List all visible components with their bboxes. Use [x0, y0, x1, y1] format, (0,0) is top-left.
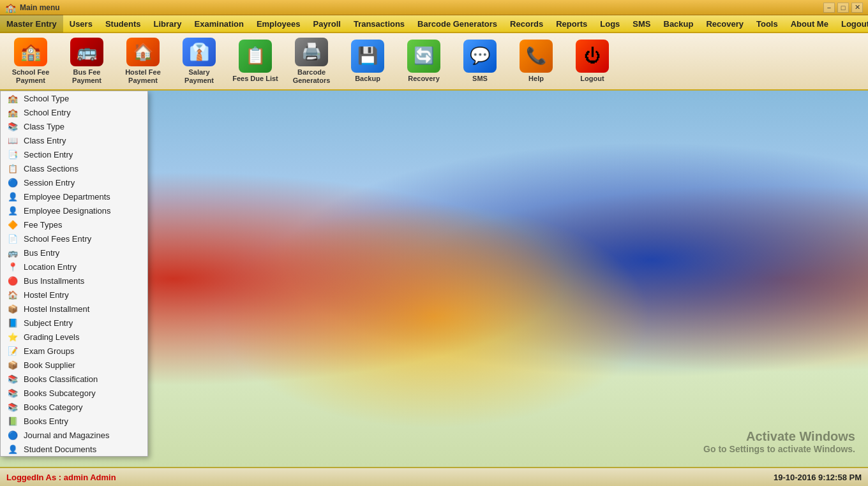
menu-item-users[interactable]: Users — [63, 15, 99, 33]
dropdown-item-books-entry[interactable]: 📗 Books Entry — [1, 414, 147, 428]
toolbar-btn-help[interactable]: 📞 Help — [511, 35, 562, 87]
dropdown-item-label: Exam Groups — [24, 346, 74, 356]
dropdown-item-school-entry[interactable]: 🏫 School Entry — [1, 105, 147, 119]
dropdown-item-label: Bus Entry — [24, 248, 59, 258]
dropdown-icon: 📑 — [7, 149, 19, 160]
title-bar-left: 🏫 Main menu — [5, 3, 60, 13]
dropdown-item-class-type[interactable]: 📚 Class Type — [1, 119, 147, 133]
toolbar-btn-bus-fee-payment[interactable]: 🚌 Bus Fee Payment — [61, 35, 112, 87]
dropdown-item-subject-entry[interactable]: 📘 Subject Entry — [1, 316, 147, 330]
toolbar-btn-sms[interactable]: 💬 SMS — [454, 35, 505, 87]
dropdown-item-employee-designations[interactable]: 👤 Employee Designations — [1, 203, 147, 217]
dropdown-item-location-entry[interactable]: 📍 Location Entry — [1, 260, 147, 274]
menu-item-backup[interactable]: Backup — [657, 15, 700, 33]
toolbar-btn-barcode-generators[interactable]: 🖨️ Barcode Generators — [286, 35, 337, 87]
dropdown-icon: 📚 — [7, 401, 19, 413]
dropdown-item-fee-types[interactable]: 🔶 Fee Types — [1, 217, 147, 232]
dropdown-icon: 📍 — [7, 261, 19, 272]
toolbar-btn-salary-payment[interactable]: 👔 Salary Payment — [174, 35, 225, 87]
dropdown-icon: 📋 — [7, 163, 19, 174]
dropdown-icon: 📦 — [7, 303, 19, 314]
menu-item-logout[interactable]: Logout — [835, 15, 868, 33]
toolbar-btn-recovery[interactable]: 🔄 Recovery — [398, 35, 449, 87]
menu-item-tools[interactable]: Tools — [750, 15, 784, 33]
dropdown-item-section-entry[interactable]: 📑 Section Entry — [1, 147, 147, 161]
dropdown-icon: 🏫 — [7, 107, 19, 118]
menu-item-transactions[interactable]: Transactions — [347, 15, 411, 33]
minimize-button[interactable]: − — [823, 3, 835, 13]
toolbar-btn-logout[interactable]: ⏻ Logout — [567, 35, 618, 87]
menu-item-barcode-generators[interactable]: Barcode Generators — [411, 15, 504, 33]
toolbar-btn-fees-due-list[interactable]: 📋 Fees Due List — [230, 35, 281, 87]
menu-item-students[interactable]: Students — [99, 15, 147, 33]
dropdown-icon: 🔵 — [7, 177, 19, 188]
toolbar-icon-bus-fee-payment: 🚌 — [70, 38, 103, 66]
dropdown-icon: 📗 — [7, 415, 19, 427]
dropdown-item-exam-groups[interactable]: 📝 Exam Groups — [1, 344, 147, 358]
toolbar-label-recovery: Recovery — [408, 75, 440, 83]
menu-item-sms[interactable]: SMS — [626, 15, 657, 33]
menu-item-recovery[interactable]: Recovery — [700, 15, 750, 33]
toolbar-btn-school-fee-payment[interactable]: 🏫 School Fee Payment — [5, 35, 56, 87]
menu-item-payroll[interactable]: Payroll — [307, 15, 347, 33]
dropdown-item-grading-levels[interactable]: ⭐ Grading Levels — [1, 330, 147, 344]
toolbar-label-logout: Logout — [580, 75, 604, 83]
activate-line1: Activate Windows — [703, 429, 855, 444]
dropdown-item-books-classification[interactable]: 📚 Books Classification — [1, 372, 147, 386]
dropdown-item-label: School Entry — [24, 108, 71, 117]
menu-item-about-me[interactable]: About Me — [784, 15, 835, 33]
dropdown-icon: 👤 — [7, 191, 19, 202]
dropdown-item-class-entry[interactable]: 📖 Class Entry — [1, 133, 147, 147]
dropdown-item-session-entry[interactable]: 🔵 Session Entry — [1, 175, 147, 189]
dropdown-item-bus-installments[interactable]: 🔴 Bus Installments — [1, 274, 147, 288]
dropdown-item-books-category[interactable]: 📚 Books Category — [1, 400, 147, 414]
toolbar-btn-backup[interactable]: 💾 Backup — [342, 35, 393, 87]
main-content: Activate Windows Go to Settings to activ… — [0, 91, 868, 467]
dropdown-item-hostel-installment[interactable]: 📦 Hostel Installment — [1, 302, 147, 316]
toolbar-icon-salary-payment: 👔 — [183, 38, 216, 66]
dropdown-item-school-fees-entry[interactable]: 📄 School Fees Entry — [1, 232, 147, 246]
dropdown-icon: 📘 — [7, 317, 19, 328]
toolbar-label-school-fee-payment: School Fee Payment — [8, 68, 54, 85]
dropdown-item-class-sections[interactable]: 📋 Class Sections — [1, 161, 147, 175]
toolbar-label-sms: SMS — [472, 75, 488, 83]
dropdown-item-school-type[interactable]: 🏫 School Type — [1, 91, 147, 105]
dropdown-item-hostel-entry[interactable]: 🏠 Hostel Entry — [1, 288, 147, 302]
dropdown-item-label: Book Supplier — [24, 360, 75, 370]
menu-item-records[interactable]: Records — [504, 15, 550, 33]
dropdown-item-books-subcategory[interactable]: 📚 Books Subcategory — [1, 386, 147, 400]
dropdown-item-student-documents[interactable]: 👤 Student Documents — [1, 442, 147, 456]
dropdown-item-journal-and-magazines[interactable]: 🔵 Journal and Magazines — [1, 428, 147, 442]
menu-item-library[interactable]: Library — [147, 15, 188, 33]
toolbar-icon-backup: 💾 — [351, 40, 384, 73]
dropdown-item-label: Employee Designations — [24, 206, 111, 216]
menu-item-employees[interactable]: Employees — [250, 15, 307, 33]
menu-item-examination[interactable]: Examination — [188, 15, 250, 33]
menu-item-master-entry[interactable]: Master Entry — [0, 15, 63, 33]
toolbar-icon-barcode-generators: 🖨️ — [295, 38, 328, 66]
toolbar-icon-sms: 💬 — [463, 40, 497, 73]
dropdown-item-label: Class Entry — [24, 136, 66, 145]
toolbar-label-backup: Backup — [355, 75, 380, 83]
toolbar-icon-logout: ⏻ — [576, 40, 609, 73]
dropdown-item-employee-departments[interactable]: 👤 Employee Departments — [1, 189, 147, 203]
dropdown-icon: 📦 — [7, 359, 19, 371]
dropdown-item-label: Location Entry — [24, 262, 77, 272]
dropdown-item-bus-entry[interactable]: 🚌 Bus Entry — [1, 246, 147, 260]
dropdown-item-label: Grading Levels — [24, 332, 79, 342]
dropdown-item-label: Fee Types — [24, 220, 62, 230]
menu-item-reports[interactable]: Reports — [550, 15, 594, 33]
toolbar: 🏫 School Fee Payment 🚌 Bus Fee Payment 🏠… — [0, 33, 868, 91]
maximize-button[interactable]: □ — [837, 3, 849, 13]
dropdown-icon: 📖 — [7, 135, 19, 146]
dropdown-item-label: Class Sections — [24, 164, 79, 173]
dropdown-item-label: Section Entry — [24, 150, 73, 159]
close-button[interactable]: ✕ — [851, 3, 863, 13]
logged-in-status: LoggedIn As : admin Admin — [6, 473, 116, 482]
master-entry-dropdown: 🏫 School Type 🏫 School Entry 📚 Class Typ… — [0, 91, 148, 457]
dropdown-item-book-supplier[interactable]: 📦 Book Supplier — [1, 358, 147, 372]
dropdown-icon: 🔵 — [7, 429, 19, 441]
menu-item-logs[interactable]: Logs — [594, 15, 626, 33]
dropdown-item-label: Subject Entry — [24, 318, 73, 328]
toolbar-btn-hostel-fee-payment[interactable]: 🏠 Hostel Fee Payment — [117, 35, 168, 87]
